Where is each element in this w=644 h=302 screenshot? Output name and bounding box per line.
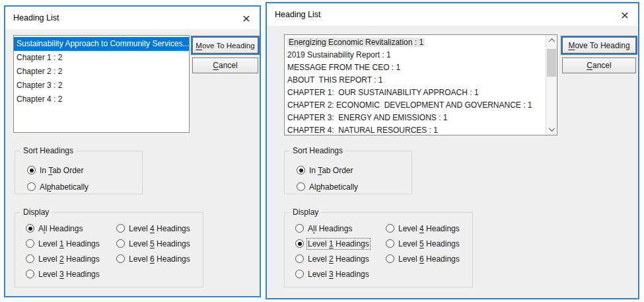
radio-label: Level 4 Headings	[129, 224, 190, 233]
radio-button-icon	[295, 224, 304, 233]
scrollbar-thumb[interactable]	[547, 49, 556, 77]
radio-button-icon	[26, 254, 34, 263]
radio-label: Level 6 Headings	[398, 254, 460, 264]
list-item[interactable]: Chapter 4 : 2	[14, 93, 189, 106]
radio-level-6-headings[interactable]: Level 6 Headings	[386, 251, 472, 266]
radio-button-icon	[26, 270, 34, 278]
list-item[interactable]: ABOUT THIS REPORT : 1	[285, 74, 546, 87]
radio-button-icon	[295, 239, 304, 248]
radio-label: Alphabetically	[40, 182, 89, 192]
radio-button-icon	[116, 254, 125, 263]
button-label: Move To Heading	[196, 42, 254, 50]
list-item[interactable]: Chapter 2 : 2	[14, 65, 189, 79]
vertical-scrollbar[interactable]	[546, 35, 557, 135]
cancel-button[interactable]: Cancel	[192, 57, 258, 73]
list-item[interactable]: MESSAGE FROM THE CEO : 1	[285, 61, 546, 74]
radio-level-1-headings[interactable]: Level 1 Headings	[26, 236, 116, 251]
move-to-heading-button[interactable]: Move To Heading	[562, 37, 636, 54]
radio-button-icon	[295, 270, 304, 278]
display-group: Display All Headings Level 1 Headings Le…	[284, 212, 473, 287]
group-label: Display	[20, 208, 52, 217]
radio-label: Level 5 Headings	[398, 239, 460, 248]
list-item[interactable]: Chapter 1 : 2	[14, 51, 189, 65]
radio-level-3-headings[interactable]: Level 3 Headings	[26, 266, 116, 282]
radio-button-icon	[26, 239, 34, 248]
radio-label: Level 3 Headings	[38, 270, 100, 279]
radio-in-tab-order[interactable]: In Tab Order	[27, 162, 142, 178]
radio-level-3-headings[interactable]: Level 3 Headings	[295, 266, 386, 282]
list-item[interactable]: CHAPTER 4: NATURAL RESOURCES : 1	[285, 124, 546, 135]
radio-button-icon	[297, 182, 305, 191]
radio-level-2-headings[interactable]: Level 2 Headings	[295, 251, 386, 266]
radio-level-5-headings[interactable]: Level 5 Headings	[386, 236, 472, 251]
group-label: Sort Headings	[290, 146, 345, 155]
radio-level-5-headings[interactable]: Level 5 Headings	[116, 236, 203, 251]
radio-in-tab-order[interactable]: In Tab Order	[297, 162, 411, 178]
scroll-up-button[interactable]	[546, 35, 557, 46]
display-group: Display All Headings Level 1 Headings Le…	[15, 212, 203, 287]
radio-label: Level 6 Headings	[129, 254, 190, 264]
heading-listbox[interactable]: Energizing Economic Revitalization : 1 2…	[284, 34, 557, 135]
heading-listbox[interactable]: Sustainability Approach to Community Ser…	[13, 35, 190, 133]
radio-button-icon	[295, 254, 304, 263]
list-item[interactable]: CHAPTER 1: OUR SUSTAINABILITY APPROACH :…	[285, 87, 546, 99]
list-item[interactable]: Sustainability Approach to Community Ser…	[14, 37, 189, 51]
group-label: Display	[290, 208, 321, 217]
radio-level-6-headings[interactable]: Level 6 Headings	[116, 251, 203, 266]
radio-level-1-headings[interactable]: Level 1 Headings	[295, 236, 386, 251]
radio-all-headings[interactable]: All Headings	[26, 221, 116, 236]
radio-level-2-headings[interactable]: Level 2 Headings	[26, 251, 116, 266]
radio-button-icon	[116, 224, 125, 233]
radio-label: Level 4 Headings	[398, 224, 460, 233]
sort-headings-group: Sort Headings In Tab Order Alphabeticall…	[15, 151, 143, 194]
group-label: Sort Headings	[20, 146, 76, 155]
radio-label: Level 1 Headings	[308, 239, 369, 248]
dialog-title: Heading List	[13, 13, 59, 22]
button-label: Move To Heading	[568, 41, 629, 50]
radio-button-icon	[27, 166, 36, 174]
radio-label: In Tab Order	[40, 166, 83, 175]
list-item[interactable]: Chapter 3 : 2	[14, 79, 189, 93]
list-item[interactable]: CHAPTER 3: ENERGY AND EMISSIONS : 1	[285, 112, 546, 124]
button-label: Cancel	[213, 61, 237, 70]
list-item[interactable]: 2019 Sustainability Report : 1	[285, 49, 546, 61]
radio-button-icon	[26, 224, 34, 233]
chevron-up-icon	[548, 38, 555, 45]
radio-label: Level 3 Headings	[308, 270, 369, 279]
radio-button-icon	[386, 254, 394, 263]
radio-button-icon	[27, 182, 36, 191]
list-item[interactable]: CHAPTER 2: ECONOMIC DEVELOPMENT AND GOVE…	[285, 99, 546, 112]
list-item[interactable]: Energizing Economic Revitalization : 1	[285, 36, 546, 49]
move-to-heading-button[interactable]: Move To Heading	[192, 37, 258, 54]
radio-alphabetically[interactable]: Alphabetically	[297, 178, 411, 195]
radio-label: Level 2 Headings	[308, 254, 369, 264]
radio-level-4-headings[interactable]: Level 4 Headings	[116, 221, 203, 236]
radio-label: Level 1 Headings	[38, 239, 100, 248]
heading-list-dialog-left: Heading List × Sustainability Approach t…	[4, 5, 261, 297]
radio-alphabetically[interactable]: Alphabetically	[27, 178, 142, 195]
chevron-down-icon	[548, 125, 555, 132]
radio-label: Alphabetically	[309, 182, 358, 192]
button-label: Cancel	[587, 61, 611, 70]
close-button[interactable]: ×	[612, 3, 638, 26]
radio-button-icon	[297, 166, 305, 174]
cancel-button[interactable]: Cancel	[562, 57, 636, 73]
titlebar: Heading List	[5, 7, 260, 29]
dialog-title: Heading List	[275, 10, 321, 19]
radio-button-icon	[116, 239, 125, 248]
radio-all-headings[interactable]: All Headings	[295, 221, 386, 236]
radio-level-4-headings[interactable]: Level 4 Headings	[386, 221, 472, 236]
radio-label: In Tab Order	[309, 166, 353, 175]
radio-label: All Headings	[38, 224, 83, 233]
close-button[interactable]: ×	[233, 7, 260, 29]
close-icon: ×	[621, 8, 629, 22]
radio-label: All Headings	[308, 224, 352, 233]
radio-button-icon	[386, 239, 394, 248]
heading-list-items: Energizing Economic Revitalization : 1 2…	[285, 35, 546, 135]
sort-headings-group: Sort Headings In Tab Order Alphabeticall…	[284, 151, 412, 194]
radio-label: Level 5 Headings	[129, 239, 190, 248]
heading-list-dialog-right: Heading List × Energizing Economic Revit…	[266, 2, 639, 299]
scroll-down-button[interactable]	[546, 124, 557, 135]
heading-list-items: Sustainability Approach to Community Ser…	[14, 36, 189, 132]
close-icon: ×	[242, 11, 250, 25]
